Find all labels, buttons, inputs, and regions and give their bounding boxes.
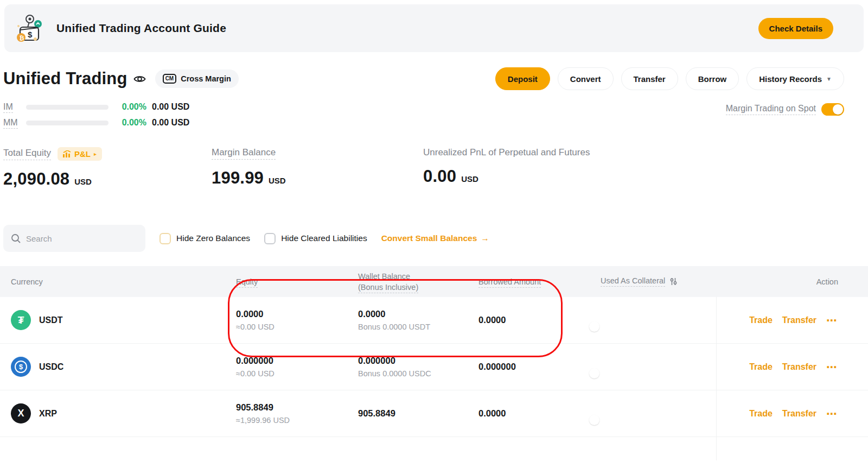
arrow-right-icon: →: [481, 233, 489, 243]
hide-zero-balances-label: Hide Zero Balances: [176, 233, 250, 243]
sliders-icon[interactable]: [669, 277, 678, 286]
margin-balance-label: Margin Balance: [212, 147, 276, 160]
history-records-button[interactable]: History Records ▼: [746, 67, 844, 90]
eye-icon[interactable]: [133, 74, 146, 84]
mm-progress-bar: [26, 121, 108, 125]
account-stats: Total Equity P&L ▸ 2,090.08: [3, 147, 868, 189]
wallet-balance-value: 0.000000: [358, 356, 470, 366]
col-equity: Equity: [228, 277, 350, 286]
table-filler: [0, 437, 868, 460]
more-actions-icon[interactable]: ⋯: [826, 407, 838, 420]
hide-zero-balances-checkbox-group[interactable]: Hide Zero Balances: [159, 233, 250, 244]
mm-percent: 0.00%: [115, 118, 146, 128]
table-row-xrp: X XRP 905.8849 ≈1,999.96 USD 905.8849 0.…: [0, 390, 868, 437]
hide-cleared-liabilities-label: Hide Cleared Liabilities: [281, 233, 367, 243]
equity-value: 905.8849: [236, 402, 350, 413]
xrp-icon: X: [11, 403, 31, 424]
hide-zero-balances-checkbox[interactable]: [159, 233, 171, 244]
table-header: Currency Equity Wallet Balance (Bonus In…: [0, 266, 868, 297]
usdt-icon: ₮: [11, 310, 31, 330]
unrealized-pnl-stat: Unrealized PnL of Perpetual and Futures …: [423, 147, 590, 189]
guide-banner: $ ₿ Unified Trading Account Guide Check …: [4, 4, 864, 52]
im-percent: 0.00%: [115, 102, 146, 112]
assets-table: Currency Equity Wallet Balance (Bonus In…: [0, 266, 868, 460]
more-actions-icon[interactable]: ⋯: [826, 314, 838, 327]
unrealized-pnl-value: 0.00: [423, 167, 456, 186]
cross-margin-icon: CM: [163, 74, 177, 84]
im-label: IM: [3, 102, 26, 112]
margin-trading-on-spot-label: Margin Trading on Spot: [726, 104, 816, 115]
im-progress-bar: [26, 105, 108, 110]
trade-link[interactable]: Trade: [749, 362, 773, 372]
margin-trading-on-spot: Margin Trading on Spot: [726, 103, 844, 116]
cross-margin-label: Cross Margin: [181, 74, 231, 83]
unrealized-pnl-label: Unrealized PnL of Perpetual and Futures: [423, 147, 590, 158]
more-actions-icon[interactable]: ⋯: [826, 361, 838, 374]
table-row-usdc: $ USDC 0.000000 ≈0.00 USD 0.000000 Bonus…: [0, 344, 868, 390]
wallet-bonus-value: Bonus 0.0000 USDC: [358, 369, 470, 378]
col-currency: Currency: [0, 277, 228, 286]
margin-balance-stat: Margin Balance 199.99 USD: [212, 147, 423, 189]
wallet-balance-value: 0.0000: [358, 309, 470, 319]
history-records-label: History Records: [759, 74, 822, 84]
currency-name: USDT: [39, 315, 63, 325]
mm-label: MM: [3, 118, 26, 128]
currency-name: XRP: [39, 409, 57, 419]
hide-cleared-liabilities-checkbox[interactable]: [264, 233, 276, 244]
borrowed-amount-value: 0.0000: [478, 408, 506, 418]
hide-cleared-liabilities-checkbox-group[interactable]: Hide Cleared Liabilities: [264, 233, 367, 244]
wallet-balance-value: 905.8849: [358, 408, 470, 419]
trade-link[interactable]: Trade: [749, 315, 773, 325]
svg-text:$: $: [28, 30, 33, 39]
total-equity-label: Total Equity: [3, 148, 51, 160]
svg-text:₿: ₿: [20, 35, 24, 41]
check-details-button[interactable]: Check Details: [758, 18, 833, 39]
transfer-link[interactable]: Transfer: [782, 315, 816, 325]
mm-value: 0.00 USD: [152, 118, 189, 128]
chevron-down-icon: ▼: [826, 76, 832, 82]
col-action: Action: [716, 277, 868, 286]
pnl-badge[interactable]: P&L ▸: [58, 147, 102, 161]
unified-trading-page: $ ₿ Unified Trading Account Guide Check …: [0, 0, 868, 474]
banner-title: Unified Trading Account Guide: [56, 22, 226, 35]
equity-value: 0.000000: [236, 356, 350, 366]
total-equity-unit: USD: [74, 177, 92, 186]
cross-margin-badge: CM Cross Margin: [155, 69, 239, 88]
mm-row: MM 0.00% 0.00 USD: [3, 118, 189, 128]
margin-trading-on-spot-toggle[interactable]: [821, 103, 844, 116]
convert-button[interactable]: Convert: [558, 67, 614, 90]
unrealized-pnl-unit: USD: [461, 174, 478, 184]
trade-link[interactable]: Trade: [749, 409, 773, 419]
equity-usd-value: ≈1,999.96 USD: [236, 416, 350, 425]
pnl-chart-icon: [63, 150, 71, 157]
borrow-button[interactable]: Borrow: [686, 67, 739, 90]
margin-balance-value: 199.99: [212, 168, 264, 188]
im-value: 0.00 USD: [152, 102, 189, 112]
total-equity-value: 2,090.08: [3, 169, 69, 189]
wallet-bonus-value: Bonus 0.0000 USDT: [358, 323, 470, 331]
search-box[interactable]: [3, 225, 145, 252]
currency-name: USDC: [39, 362, 63, 372]
table-row-usdt: ₮ USDT 0.0000 ≈0.00 USD 0.0000 Bonus 0.0…: [0, 297, 868, 344]
deposit-button[interactable]: Deposit: [495, 67, 550, 90]
col-wallet-balance: Wallet Balance (Bonus Inclusive): [350, 272, 470, 292]
im-row: IM 0.00% 0.00 USD: [3, 102, 189, 112]
margin-balance-unit: USD: [269, 176, 286, 185]
pnl-arrow-icon: ▸: [94, 151, 97, 157]
account-actions: Deposit Convert Transfer Borrow History …: [495, 67, 844, 90]
col-borrowed-amount: Borrowed Amount: [470, 277, 592, 286]
search-icon: [11, 233, 21, 244]
borrowed-amount-value: 0.000000: [478, 362, 516, 371]
equity-usd-value: ≈0.00 USD: [236, 323, 350, 331]
transfer-link[interactable]: Transfer: [782, 362, 816, 372]
wallet-guide-icon: $ ₿: [15, 13, 44, 43]
search-input[interactable]: [26, 234, 138, 243]
transfer-button[interactable]: Transfer: [621, 67, 678, 90]
col-used-as-collateral: Used As Collateral: [592, 276, 716, 287]
equity-value: 0.0000: [236, 309, 350, 319]
title-row: Unified Trading CM Cross Margin Deposit …: [3, 67, 844, 90]
borrowed-amount-value: 0.0000: [478, 315, 506, 325]
total-equity-stat: Total Equity P&L ▸ 2,090.08: [3, 147, 212, 189]
convert-small-balances-link[interactable]: Convert Small Balances →: [381, 233, 489, 243]
transfer-link[interactable]: Transfer: [782, 409, 816, 419]
